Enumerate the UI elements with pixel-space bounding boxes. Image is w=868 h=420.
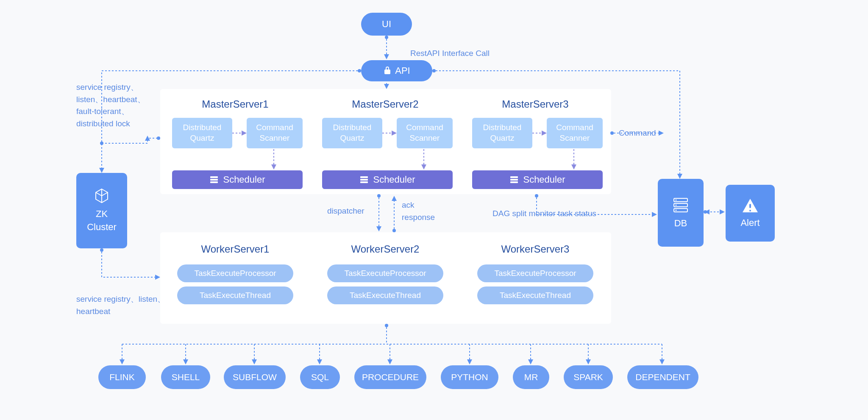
svg-rect-5: [360, 181, 368, 183]
worker-1-proc: TaskExecuteProcessor: [177, 264, 293, 282]
worker-3-proc: TaskExecuteProcessor: [477, 264, 593, 282]
worker-2-title: WorkerServer2: [310, 243, 460, 255]
zk-note-bottom: service registry、listen、heartbeat: [76, 293, 170, 317]
svg-marker-44: [376, 226, 381, 231]
svg-point-15: [385, 36, 388, 39]
svg-point-24: [100, 142, 103, 145]
worker-1-title: WorkerServer1: [160, 243, 310, 255]
api-node: API: [361, 60, 432, 81]
worker-2-proc: TaskExecuteProcessor: [327, 264, 443, 282]
svg-point-22: [432, 69, 436, 72]
master-1-dq: DistributedQuartz: [172, 118, 232, 148]
task-SPARK: SPARK: [564, 365, 613, 389]
svg-marker-72: [528, 359, 533, 364]
svg-marker-74: [586, 359, 591, 364]
svg-point-28: [100, 248, 103, 252]
db-icon: [671, 196, 690, 214]
svg-marker-27: [145, 136, 150, 141]
svg-marker-76: [659, 359, 665, 364]
task-DEPENDENT: DEPENDENT: [627, 365, 698, 389]
svg-rect-6: [510, 176, 518, 178]
task-SQL: SQL: [300, 365, 340, 389]
svg-marker-54: [720, 209, 725, 214]
svg-marker-60: [120, 359, 125, 364]
svg-point-56: [385, 324, 388, 327]
stack-icon: [509, 175, 519, 184]
stack-icon: [359, 175, 369, 184]
worker-1-thread: TaskExecuteThread: [177, 286, 293, 304]
zk-note-top: service registry、listen、heartbeat、fault-…: [76, 81, 153, 130]
worker-2-thread: TaskExecuteThread: [327, 286, 443, 304]
master-2-dq: DistributedQuartz: [322, 118, 382, 148]
svg-rect-7: [510, 179, 518, 181]
zk-l2: Cluster: [87, 222, 117, 232]
master-2-scheduler: Scheduler: [322, 170, 453, 189]
ui-node: UI: [361, 13, 412, 36]
svg-rect-2: [210, 181, 218, 183]
svg-marker-64: [252, 359, 257, 364]
svg-marker-29: [155, 275, 160, 280]
api-label: API: [395, 65, 410, 76]
db-label: DB: [674, 217, 687, 230]
master-3-cs: CommandScanner: [547, 118, 603, 148]
task-SHELL: SHELL: [161, 365, 210, 389]
task-PYTHON: PYTHON: [441, 365, 498, 389]
master-2-cs: CommandScanner: [397, 118, 453, 148]
svg-marker-51: [659, 131, 664, 136]
zk-l1: ZK: [96, 209, 108, 219]
master-2-title: MasterServer2: [310, 98, 460, 110]
svg-rect-8: [510, 181, 518, 183]
api-icon: [383, 66, 392, 76]
svg-point-25: [157, 136, 160, 140]
svg-rect-0: [210, 176, 218, 178]
task-FLINK: FLINK: [98, 365, 146, 389]
dag-label: DAG split monitor task status: [492, 208, 596, 220]
dispatcher-label: dispatcher: [327, 205, 364, 217]
svg-marker-55: [704, 209, 709, 214]
db-node: DB: [658, 179, 704, 247]
zk-cluster-node: ZK Cluster: [76, 173, 127, 248]
svg-marker-23: [677, 174, 682, 179]
svg-marker-21: [99, 168, 104, 173]
cube-icon: [93, 187, 110, 204]
master-1-scheduler: Scheduler: [172, 170, 303, 189]
master-3: MasterServer3 DistributedQuartz CommandS…: [460, 89, 610, 194]
alert-node: Alert: [726, 185, 775, 242]
stack-icon: [209, 175, 219, 184]
ack-label: ack response: [402, 199, 444, 223]
worker-3-title: WorkerServer3: [460, 243, 610, 255]
master-3-dq: DistributedQuartz: [472, 118, 532, 148]
svg-rect-3: [360, 176, 368, 178]
svg-marker-66: [317, 359, 322, 364]
alert-label: Alert: [740, 217, 760, 230]
svg-marker-19: [384, 84, 389, 89]
task-MR: MR: [513, 365, 549, 389]
svg-marker-62: [183, 359, 188, 364]
master-1-title: MasterServer1: [160, 98, 310, 110]
master-3-scheduler: Scheduler: [472, 170, 603, 189]
master-1-cs: CommandScanner: [247, 118, 303, 148]
worker-3-thread: TaskExecuteThread: [477, 286, 593, 304]
svg-marker-68: [387, 359, 392, 364]
svg-marker-46: [392, 196, 397, 201]
alert-icon: [741, 197, 760, 214]
svg-point-42: [377, 194, 381, 197]
svg-point-47: [392, 229, 396, 232]
svg-rect-1: [210, 179, 218, 181]
svg-marker-70: [467, 359, 472, 364]
svg-point-48: [535, 194, 538, 197]
restapi-label: RestAPI Interface Call: [410, 47, 490, 60]
svg-point-52: [704, 210, 707, 214]
svg-point-20: [358, 69, 361, 72]
svg-marker-49: [652, 212, 657, 217]
svg-marker-17: [384, 54, 389, 59]
master-2: MasterServer2 DistributedQuartz CommandS…: [310, 89, 460, 194]
svg-rect-4: [360, 179, 368, 181]
command-label: Command: [619, 127, 656, 139]
svg-point-12: [676, 199, 677, 200]
task-PROCEDURE: PROCEDURE: [354, 365, 426, 389]
task-SUBFLOW: SUBFLOW: [224, 365, 286, 389]
master-1: MasterServer1 DistributedQuartz CommandS…: [160, 89, 310, 194]
master-3-title: MasterServer3: [460, 98, 610, 110]
svg-point-13: [676, 204, 677, 206]
